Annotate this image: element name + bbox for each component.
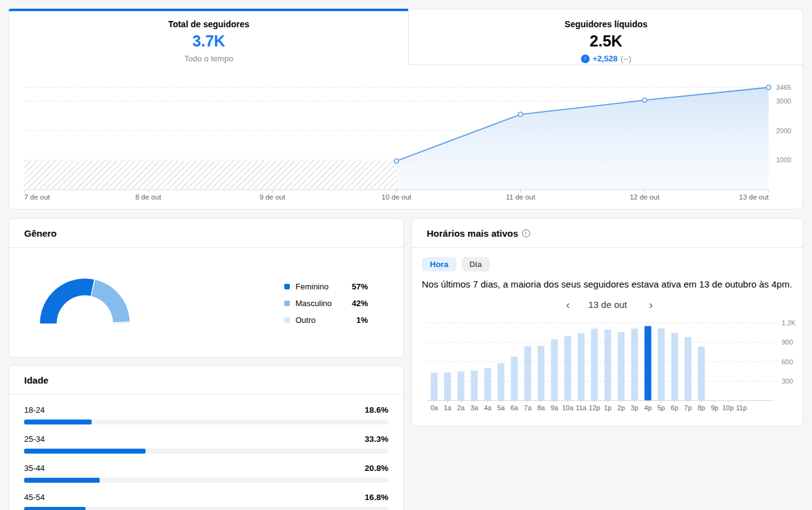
- legend-item-masculino: Masculino42%: [284, 295, 368, 312]
- hour-bar-9a[interactable]: [551, 340, 558, 401]
- age-bar-track: [24, 449, 388, 454]
- svg-text:8p: 8p: [697, 404, 705, 411]
- svg-text:8 de out: 8 de out: [136, 193, 162, 201]
- hour-bar-4a[interactable]: [484, 368, 491, 400]
- svg-text:10p: 10p: [722, 404, 733, 411]
- legend-label: Feminino: [295, 282, 328, 291]
- svg-text:3000: 3000: [776, 97, 791, 105]
- svg-text:6p: 6p: [671, 404, 678, 411]
- hour-bar-12p[interactable]: [591, 328, 598, 400]
- age-percent-value: 33.3%: [365, 434, 388, 444]
- svg-text:900: 900: [782, 338, 793, 346]
- svg-text:4a: 4a: [484, 404, 492, 411]
- svg-text:1p: 1p: [604, 404, 611, 411]
- age-bar-track: [24, 478, 388, 483]
- net-followers-delta-row: ↑ +2,528 (--): [581, 54, 631, 63]
- total-followers-value: 3.7K: [193, 32, 225, 50]
- hour-bar-1p[interactable]: [605, 330, 611, 401]
- hour-bar-1a[interactable]: [444, 372, 451, 400]
- svg-text:4p: 4p: [644, 404, 652, 411]
- svg-text:9 de out: 9 de out: [260, 193, 286, 201]
- gender-segment-masculino[interactable]: [94, 288, 121, 322]
- svg-text:3p: 3p: [631, 404, 638, 411]
- svg-text:600: 600: [782, 358, 793, 366]
- age-row-18-24: 18-2418.6%: [24, 405, 388, 424]
- net-followers-label: Seguidores líquidos: [565, 19, 648, 29]
- tab-net-followers[interactable]: Seguidores líquidos 2.5K ↑ +2,528 (--): [408, 9, 803, 65]
- hour-bar-2a[interactable]: [458, 371, 465, 400]
- net-followers-value: 2.5K: [590, 32, 622, 50]
- svg-text:11a: 11a: [575, 404, 587, 411]
- svg-text:2a: 2a: [457, 404, 465, 411]
- svg-text:12p: 12p: [589, 404, 600, 411]
- arrow-up-icon: ↑: [581, 55, 590, 63]
- selected-date: 13 de out: [577, 299, 639, 310]
- legend-label: Masculino: [295, 299, 332, 308]
- legend-value: 1%: [356, 315, 368, 325]
- hour-bar-5p[interactable]: [658, 328, 665, 401]
- age-bar-track: [24, 507, 388, 510]
- total-followers-label: Total de seguidores: [168, 19, 249, 29]
- age-range-label: 35-44: [24, 464, 45, 473]
- gender-segment-feminino[interactable]: [48, 287, 92, 323]
- age-bar-track: [24, 420, 388, 424]
- hour-bar-6a[interactable]: [511, 356, 518, 400]
- line-data-point[interactable]: [395, 159, 399, 163]
- toggle-dia[interactable]: Dia: [461, 257, 490, 271]
- toggle-hora[interactable]: Hora: [422, 257, 456, 271]
- hour-bar-3a[interactable]: [471, 371, 478, 401]
- age-range-label: 18-24: [24, 405, 45, 415]
- gender-gauge-chart: [14, 270, 156, 326]
- legend-item-feminino: Feminino57%: [284, 278, 368, 295]
- gender-card: Gênero Feminino57%Masculino42%Outro1%: [9, 218, 404, 358]
- gender-title: Gênero: [24, 228, 57, 239]
- net-followers-delta: +2,528: [593, 54, 618, 63]
- hour-bar-5a[interactable]: [497, 363, 504, 400]
- svg-text:3a: 3a: [471, 404, 479, 411]
- svg-text:7 de out: 7 de out: [24, 193, 50, 201]
- age-range-label: 45-54: [24, 493, 45, 502]
- svg-text:7p: 7p: [684, 404, 692, 411]
- hour-bar-0a[interactable]: [431, 373, 438, 401]
- svg-text:5a: 5a: [497, 404, 505, 411]
- info-icon[interactable]: i: [522, 229, 530, 237]
- age-bar-fill: [24, 507, 85, 510]
- hour-bar-10a[interactable]: [564, 336, 571, 401]
- line-data-point[interactable]: [518, 112, 523, 117]
- tab-total-followers[interactable]: Total de seguidores 3.7K Todo o tempo: [9, 9, 408, 65]
- age-bar-fill: [24, 478, 100, 483]
- hour-bar-8p[interactable]: [698, 346, 705, 400]
- hour-bar-2p[interactable]: [618, 332, 624, 401]
- active-tab-indicator: [9, 9, 408, 11]
- age-card-header: Idade: [9, 366, 403, 395]
- hour-bar-4p[interactable]: [645, 326, 652, 400]
- svg-text:1.2K: 1.2K: [782, 319, 796, 327]
- active-times-summary: Nos últimos 7 dias, a maioria dos seus s…: [422, 279, 793, 289]
- svg-text:300: 300: [782, 377, 793, 385]
- total-followers-caption: Todo o tempo: [185, 54, 234, 63]
- legend-swatch-icon: [284, 301, 290, 306]
- hora-dia-toggle: HoraDia: [422, 257, 490, 271]
- age-row-25-34: 25-3433.3%: [24, 434, 388, 454]
- followers-dashboard: Total de seguidores 3.7K Todo o tempo Se…: [0, 0, 812, 510]
- hour-bar-6p[interactable]: [671, 333, 678, 400]
- svg-text:6a: 6a: [510, 404, 518, 411]
- hour-bar-7p[interactable]: [684, 337, 691, 400]
- hour-bar-7a[interactable]: [524, 346, 531, 401]
- legend-swatch-icon: [284, 284, 290, 289]
- next-day-button[interactable]: ›: [646, 298, 656, 312]
- age-percent-value: 20.8%: [365, 464, 388, 473]
- legend-value: 57%: [352, 282, 368, 291]
- hour-bar-8a[interactable]: [538, 346, 544, 400]
- age-bar-fill: [24, 449, 146, 454]
- legend-value: 42%: [352, 299, 368, 308]
- previous-day-button[interactable]: ‹: [563, 298, 573, 312]
- gender-legend: Feminino57%Masculino42%Outro1%: [284, 278, 368, 328]
- legend-label: Outro: [295, 315, 316, 325]
- svg-text:1000: 1000: [776, 156, 791, 164]
- hour-bar-3p[interactable]: [631, 328, 638, 400]
- line-data-point[interactable]: [642, 98, 647, 102]
- active-times-card: Horários mais ativos i HoraDia Nos últim…: [411, 218, 803, 426]
- line-data-point[interactable]: [767, 86, 771, 90]
- hour-bar-11a[interactable]: [578, 333, 585, 401]
